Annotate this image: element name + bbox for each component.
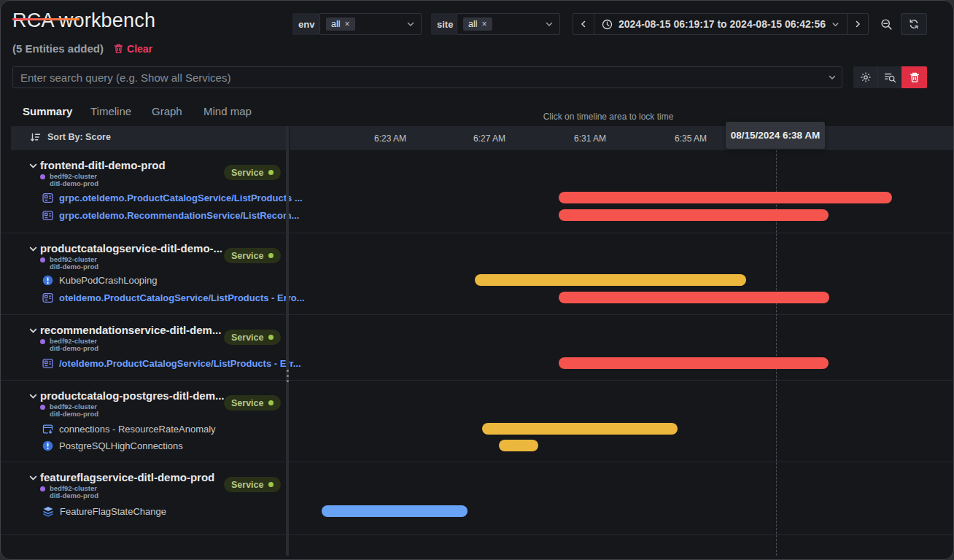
- child-label: grpc.oteldemo.RecommendationService/List…: [59, 210, 299, 221]
- time-range-back-button[interactable]: [573, 14, 594, 34]
- search-input[interactable]: [12, 66, 842, 88]
- alert-info-icon: [42, 275, 53, 286]
- cluster-dot-icon: [40, 486, 45, 491]
- env-filter-chip: all ×: [326, 18, 355, 31]
- badge-status-dot-icon: [268, 253, 274, 258]
- refresh-icon: [908, 18, 920, 30]
- service-type-badge: Service: [224, 330, 281, 345]
- timeline-bar[interactable]: [559, 209, 829, 221]
- service-type-badge: Service: [224, 165, 281, 180]
- entity-namespace: ditl-demo-prod: [50, 345, 98, 352]
- clear-entities-button[interactable]: Clear: [114, 43, 152, 55]
- service-type-badge: Service: [224, 477, 281, 492]
- group-expand-chevron-icon[interactable]: [28, 473, 38, 483]
- refresh-button[interactable]: [901, 13, 927, 35]
- child-label: PostgreSQLHighConnections: [59, 440, 183, 451]
- env-filter-label: env: [292, 13, 320, 35]
- timeline-bar[interactable]: [559, 292, 829, 303]
- axis-tick-label: 6:27 AM: [473, 133, 505, 144]
- panel-resize-divider[interactable]: [286, 126, 289, 556]
- group-separator: [1, 380, 954, 381]
- axis-tick-label: 6:35 AM: [675, 133, 707, 144]
- group-expand-chevron-icon[interactable]: [28, 326, 38, 335]
- entity-child-link-row[interactable]: grpc.oteldemo.ProductCatalogService/List…: [42, 192, 303, 203]
- badge-status-dot-icon: [268, 482, 274, 487]
- child-label: /oteldemo.ProductCatalogService/ListProd…: [59, 358, 301, 369]
- entity-name[interactable]: productcatalog-postgres-ditl-dem...: [40, 389, 225, 402]
- timeline-bar[interactable]: [322, 505, 468, 517]
- entity-child-row[interactable]: FeatureFlagStateChange: [42, 505, 166, 517]
- active-tab-indicator: [12, 18, 80, 20]
- env-filter-select[interactable]: all ×: [319, 13, 422, 35]
- group-separator: [1, 233, 954, 233]
- axis-tick-label: 6:31 AM: [574, 133, 606, 144]
- search-list-icon: [884, 72, 896, 83]
- site-filter-label: site: [431, 13, 459, 35]
- group-expand-chevron-icon[interactable]: [28, 244, 38, 254]
- remove-site-value-icon[interactable]: ×: [482, 19, 487, 29]
- entity-child-row[interactable]: KubePodCrashLooping: [42, 274, 157, 286]
- entity-namespace: ditl-demo-prod: [50, 263, 98, 271]
- timeline-bar[interactable]: [559, 192, 892, 203]
- timeline-lock-hint: Click on timeline area to lock time: [543, 112, 674, 122]
- entity-namespace: ditl-demo-prod: [50, 492, 98, 499]
- time-range-forward-button[interactable]: [847, 14, 868, 34]
- entity-name[interactable]: recommendationservice-ditl-dem...: [40, 324, 221, 336]
- child-label: connections - ResourceRateAnomaly: [59, 424, 216, 435]
- group-expand-chevron-icon[interactable]: [28, 392, 38, 401]
- group-separator: [1, 534, 954, 535]
- query-inspector-button[interactable]: [877, 66, 901, 88]
- timeline-bar[interactable]: [559, 357, 829, 369]
- badge-status-dot-icon: [268, 400, 274, 405]
- chevron-down-icon: [406, 20, 415, 28]
- cluster-dot-icon: [40, 174, 45, 179]
- chevron-down-icon: [831, 20, 839, 28]
- anomaly-icon: [42, 424, 53, 435]
- gear-icon: [860, 71, 872, 83]
- trace-icon: [42, 358, 53, 369]
- remove-env-value-icon[interactable]: ×: [345, 19, 350, 29]
- entity-child-link-row[interactable]: grpc.oteldemo.RecommendationService/List…: [42, 209, 299, 221]
- site-filter-chip: all ×: [463, 18, 492, 31]
- tab-graph[interactable]: Graph: [152, 105, 182, 117]
- zoom-out-time-button[interactable]: [875, 13, 897, 35]
- chevron-left-icon: [579, 20, 588, 28]
- page-title: RCA workbench: [12, 9, 155, 32]
- service-type-badge: Service: [224, 248, 281, 263]
- lock-time-tooltip: 08/15/2024 6:38 AM: [726, 122, 825, 149]
- entity-name[interactable]: productcatalogservice-ditl-demo-...: [40, 242, 222, 254]
- entity-child-row[interactable]: connections - ResourceRateAnomaly: [42, 423, 216, 435]
- timeline-bar[interactable]: [499, 440, 538, 451]
- sort-icon: [30, 133, 41, 142]
- entity-child-link-row[interactable]: oteldemo.ProductCatalogService/ListProdu…: [42, 292, 305, 303]
- clock-icon: [602, 19, 613, 30]
- child-label: oteldemo.ProductCatalogService/ListProdu…: [59, 292, 305, 303]
- site-filter-select[interactable]: all ×: [457, 13, 560, 35]
- query-settings-button[interactable]: [853, 66, 877, 88]
- tab-summary[interactable]: Summary: [23, 105, 72, 117]
- entity-name[interactable]: featureflagservice-ditl-demo-prod: [40, 471, 214, 483]
- axis-tick-label: 6:23 AM: [374, 133, 406, 144]
- group-expand-chevron-icon[interactable]: [28, 161, 38, 171]
- sort-by-control[interactable]: Sort By: Score: [30, 132, 111, 142]
- timeline-bar[interactable]: [482, 423, 678, 435]
- entity-name[interactable]: frontend-ditl-demo-prod: [40, 159, 166, 171]
- time-range-text: 2024-08-15 06:19:17 to 2024-08-15 06:42:…: [618, 18, 826, 30]
- entity-child-row[interactable]: PostgreSQLHighConnections: [42, 440, 183, 451]
- trash-icon: [114, 44, 123, 54]
- time-range-picker[interactable]: 2024-08-15 06:19:17 to 2024-08-15 06:42:…: [594, 14, 847, 34]
- tab-timeline[interactable]: Timeline: [90, 105, 131, 117]
- chevron-down-icon: [545, 20, 554, 28]
- trace-icon: [42, 292, 53, 303]
- badge-status-dot-icon: [268, 170, 274, 175]
- tab-mind-map[interactable]: Mind map: [203, 105, 252, 117]
- entity-child-link-row[interactable]: /oteldemo.ProductCatalogService/ListProd…: [42, 357, 301, 369]
- group-separator: [1, 462, 954, 462]
- delete-query-button[interactable]: [901, 66, 927, 88]
- divider-drag-handle-icon[interactable]: [285, 370, 290, 382]
- layers-icon: [42, 506, 54, 517]
- trace-icon: [42, 210, 53, 221]
- timeline-bar[interactable]: [475, 274, 746, 286]
- cluster-dot-icon: [40, 339, 45, 344]
- child-label: KubePodCrashLooping: [59, 275, 157, 286]
